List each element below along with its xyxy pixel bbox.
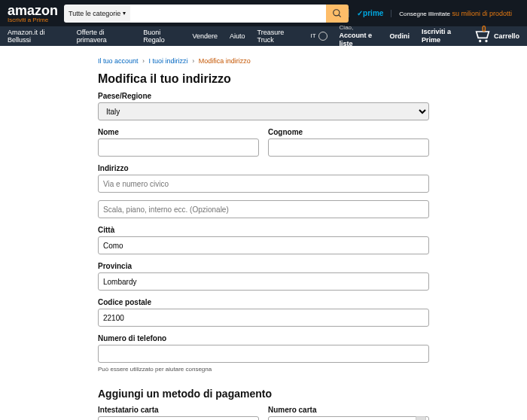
- search-input[interactable]: [130, 5, 326, 23]
- cardnumber-input[interactable]: [268, 416, 429, 420]
- name-input[interactable]: [98, 138, 259, 157]
- breadcrumb: Il tuo account › I tuoi indirizzi › Modi…: [98, 57, 429, 65]
- phone-input[interactable]: [98, 345, 429, 363]
- surname-label: Cognome: [268, 128, 429, 136]
- svg-line-1: [339, 14, 341, 17]
- address-label: Indirizzo: [98, 164, 429, 172]
- country-label: Paese/Regione: [98, 92, 429, 100]
- cardholder-input[interactable]: [98, 416, 259, 420]
- phone-label: Numero di telefono: [98, 334, 429, 342]
- logo[interactable]: amazon Iscriviti a Prime: [8, 3, 64, 23]
- breadcrumb-addresses[interactable]: I tuoi indirizzi: [149, 57, 188, 65]
- cart-link[interactable]: 0 Carrello: [474, 28, 519, 45]
- language-selector[interactable]: IT: [310, 32, 327, 41]
- phone-hint: Può essere utilizzato per aiutare conseg…: [98, 366, 429, 373]
- globe-icon: [318, 32, 327, 41]
- cardnumber-label: Numero carta: [268, 406, 429, 414]
- address-line2-input[interactable]: [98, 200, 429, 218]
- province-label: Provincia: [98, 262, 429, 270]
- name-label: Nome: [98, 128, 259, 136]
- orders-link[interactable]: Ordini: [390, 32, 410, 41]
- search-category-dropdown[interactable]: Tutte le categorie: [64, 5, 130, 23]
- nav-sell[interactable]: Vendere: [193, 32, 218, 40]
- postal-label: Codice postale: [98, 298, 429, 306]
- cardholder-label: Intestatario carta: [98, 406, 259, 414]
- breadcrumb-current: Modifica indirizzo: [199, 57, 251, 65]
- prime-text-em: su milioni di prodotti: [452, 10, 512, 17]
- card-brand-icon: [416, 416, 426, 420]
- city-label: Città: [98, 226, 429, 234]
- page-title: Modifica il tuo indirizzo: [98, 72, 429, 86]
- surname-input[interactable]: [268, 138, 429, 157]
- payment-title: Aggiungi un metodo di pagamento: [98, 388, 429, 400]
- nav-help[interactable]: Aiuto: [230, 32, 245, 40]
- svg-point-0: [334, 9, 340, 15]
- nav-giftcards[interactable]: Buoni Regalo: [143, 29, 180, 44]
- country-select[interactable]: Italy: [98, 102, 429, 120]
- address-line1-input[interactable]: [98, 175, 429, 193]
- prime-link[interactable]: Iscriviti a Prime: [422, 28, 462, 44]
- prime-text: Consegne illimitate: [399, 11, 450, 17]
- nav-shop[interactable]: Amazon.it di Bellussi: [8, 29, 65, 44]
- nav-treasure[interactable]: Treasure Truck: [257, 29, 299, 44]
- city-input[interactable]: [98, 236, 429, 254]
- prime-promo[interactable]: ✓prime: [349, 9, 391, 17]
- postal-input[interactable]: [98, 309, 429, 327]
- prime-logo-icon: ✓prime: [357, 9, 383, 17]
- nav-deals[interactable]: Offerte di primavera: [77, 29, 131, 44]
- province-input[interactable]: [98, 272, 429, 291]
- account-menu[interactable]: Ciao, Account e liste: [340, 24, 378, 47]
- cart-count: 0: [482, 25, 486, 34]
- search-icon: [332, 8, 343, 19]
- breadcrumb-account[interactable]: Il tuo account: [98, 57, 139, 65]
- search-button[interactable]: [326, 5, 349, 23]
